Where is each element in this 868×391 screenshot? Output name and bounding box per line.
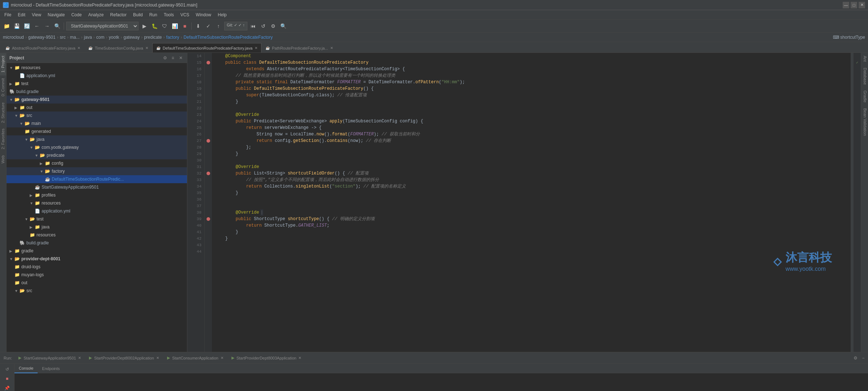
find-btn[interactable]: 🔍 — [279, 22, 288, 30]
pin-btn[interactable]: 📌 — [3, 384, 11, 391]
tree-item-default-class[interactable]: ☕ DefaultTimeSubsectionRoutePredic... — [7, 175, 187, 183]
git-commit-btn[interactable]: ✓ — [204, 22, 213, 30]
back-btn[interactable]: ← — [33, 22, 41, 30]
restart-btn[interactable]: ↺ — [3, 365, 11, 373]
menu-tools[interactable]: Tools — [161, 12, 177, 18]
tab-time-subsection[interactable]: ☕ TimeSubsectionConfig.java ✕ — [84, 43, 152, 52]
menu-file[interactable]: File — [1, 12, 14, 18]
database-tab[interactable]: Database — [861, 65, 868, 88]
tree-item-build-gradle2[interactable]: 🐘 build.gradle — [7, 239, 187, 247]
minimize-button[interactable]: — — [843, 2, 849, 8]
git-update-btn[interactable]: ⬇ — [194, 22, 203, 30]
sidebar-web-tab[interactable]: Web — [0, 152, 6, 166]
tree-item-com-yootk[interactable]: ▼ 📂 com.yootk.gateway — [7, 143, 187, 151]
sidebar-project-tab[interactable]: 1: Project — [0, 53, 6, 75]
bean-validation-tab[interactable]: Bean Validation — [861, 105, 868, 139]
run-settings-btn[interactable]: ⚙ — [852, 355, 859, 361]
bc-predicate[interactable]: predicate — [144, 35, 162, 40]
save-btn[interactable]: 💾 — [12, 22, 21, 30]
tree-item-resources[interactable]: ▼ 📁 resources — [7, 64, 187, 72]
run-profile-btn[interactable]: 📊 — [170, 22, 179, 30]
sidebar-structure-tab[interactable]: 2: Structure — [0, 100, 6, 126]
close-button[interactable]: ✕ — [859, 2, 865, 8]
tree-item-src2[interactable]: ▼ 📂 src — [7, 287, 187, 295]
tree-item-out[interactable]: ▶ 📁 out — [7, 104, 187, 112]
stop-btn[interactable]: ■ — [180, 22, 189, 30]
run-minimize-btn[interactable]: − — [860, 355, 867, 361]
run-build-btn[interactable]: ▶ — [140, 22, 149, 30]
tree-item-muyan-logs[interactable]: 📁 muyan-logs — [7, 271, 187, 279]
bc-gateway[interactable]: gateway-9501 — [28, 35, 55, 40]
tab-close[interactable]: ✕ — [77, 46, 80, 50]
run-config-dropdown[interactable]: StartGatewayApplication9501 — [66, 22, 139, 30]
tree-item-profiles[interactable]: ▶ 📁 profiles — [7, 191, 187, 199]
bc-main[interactable]: ma... — [70, 35, 80, 40]
tree-item-config[interactable]: ▶ 📁 config — [7, 159, 187, 167]
menu-help[interactable]: Help — [215, 12, 230, 18]
menu-build[interactable]: Build — [130, 12, 146, 18]
tree-item-out2[interactable]: 📁 out — [7, 279, 187, 287]
run-coverage-btn[interactable]: 🛡 — [160, 22, 169, 30]
tab-path-route[interactable]: ☕ PathRoutePredicateFactory.ja... ✕ — [261, 43, 337, 52]
bc-java[interactable]: java — [84, 35, 92, 40]
tree-item-java2[interactable]: ▶ 📁 java — [7, 223, 187, 231]
menu-edit[interactable]: Edit — [15, 12, 28, 18]
tree-item-application-yml[interactable]: 📄 application.yml — [7, 72, 187, 80]
tree-item-gateway9501[interactable]: ▼ 📂 gateway-9501 — [7, 96, 187, 104]
menu-analyze[interactable]: Analyze — [85, 12, 107, 18]
maximize-button[interactable]: □ — [851, 2, 857, 8]
tree-item-application-yml2[interactable]: 📄 application.yml — [7, 207, 187, 215]
tab-default-time[interactable]: ☕ DefaultTimeSubsectionRoutePredicateFac… — [152, 43, 261, 52]
run-tab-consumer[interactable]: ▶ StartConsumerApplication ✕ — [163, 353, 227, 363]
tree-item-provider-dept[interactable]: ▼ 📂 provider-dept-8001 — [7, 255, 187, 263]
tree-item-test[interactable]: ▶ 📁 test — [7, 80, 187, 88]
run-tab-close4[interactable]: ✕ — [298, 356, 301, 360]
tree-item-gradle[interactable]: ▶ 📁 gradle — [7, 247, 187, 255]
bc-microcloud[interactable]: microcloud — [3, 35, 24, 40]
bc-gateway2[interactable]: gateway — [123, 35, 140, 40]
tree-item-java[interactable]: ▼ 📂 java — [7, 135, 187, 143]
tab-abstract-factory[interactable]: ☕ AbstractRoutePredicateFactory.java ✕ — [1, 43, 84, 52]
window-controls[interactable]: — □ ✕ — [843, 2, 865, 8]
tab-close2[interactable]: ✕ — [145, 46, 148, 50]
code-editor[interactable]: 14 15 16 17 18 19 20 21 22 23 24 25 26 2… — [187, 53, 861, 352]
tree-item-generated[interactable]: 📁 generated — [7, 127, 187, 135]
tab-close4[interactable]: ✕ — [330, 46, 333, 50]
run-tab-provider2[interactable]: ▶ StartProviderDept8003Application ✕ — [228, 353, 305, 363]
panel-collapse-btn[interactable]: ≡ — [170, 55, 176, 61]
sidebar-commit-tab[interactable]: 0: Commit — [0, 75, 6, 99]
git-push-btn[interactable]: ↑ — [214, 22, 223, 30]
editor-scrollbar[interactable] — [851, 53, 854, 352]
tab-close3[interactable]: ✕ — [255, 46, 258, 50]
panel-close-btn[interactable]: ✕ — [178, 55, 184, 61]
menu-view[interactable]: View — [29, 12, 44, 18]
tree-item-factory[interactable]: ▼ 📂 factory — [7, 167, 187, 175]
ant-tab[interactable]: Ant — [861, 53, 868, 65]
search-btn[interactable]: 🔍 — [53, 22, 61, 30]
tree-item-resources3[interactable]: 📁 resources — [7, 231, 187, 239]
tree-item-start-gateway[interactable]: ☕ StartGatewayApplication9501 — [7, 183, 187, 191]
menu-vcs[interactable]: VCS — [178, 12, 192, 18]
menu-window[interactable]: Window — [193, 12, 214, 18]
gradle-tab[interactable]: Gradle — [861, 88, 868, 105]
code-content[interactable]: @Component public class DefaultTimeSubse… — [212, 53, 851, 352]
bc-class[interactable]: DefaultTimeSubsectionRoutePredicateFacto… — [184, 35, 273, 40]
settings-btn[interactable]: ⚙ — [269, 22, 278, 30]
sync-btn[interactable]: 🔄 — [22, 22, 31, 30]
forward-btn[interactable]: → — [43, 22, 51, 30]
bc-com[interactable]: com — [96, 35, 105, 40]
tree-item-test2[interactable]: ▼ 📂 test — [7, 215, 187, 223]
sidebar-favorites-tab[interactable]: 2: Favorites — [0, 126, 6, 152]
menu-code[interactable]: Code — [68, 12, 85, 18]
tree-item-predicate[interactable]: ▼ 📂 predicate — [7, 151, 187, 159]
console-tab-endpoints[interactable]: Endpoints — [38, 364, 64, 373]
tree-item-main[interactable]: ▼ 📂 main — [7, 119, 187, 127]
bc-factory[interactable]: factory — [166, 35, 179, 40]
menu-refactor[interactable]: Refactor — [107, 12, 129, 18]
tree-item-resources2[interactable]: ▼ 📁 resources — [7, 199, 187, 207]
run-tab-close2[interactable]: ✕ — [156, 356, 159, 360]
tree-item-druid-logs[interactable]: 📁 druid-logs — [7, 263, 187, 271]
run-tab-gateway[interactable]: ▶ StartGatewayApplication9501 ✕ — [15, 353, 85, 363]
tree-item-build-gradle[interactable]: 🐘 build.gradle — [7, 88, 187, 96]
menu-run[interactable]: Run — [146, 12, 160, 18]
